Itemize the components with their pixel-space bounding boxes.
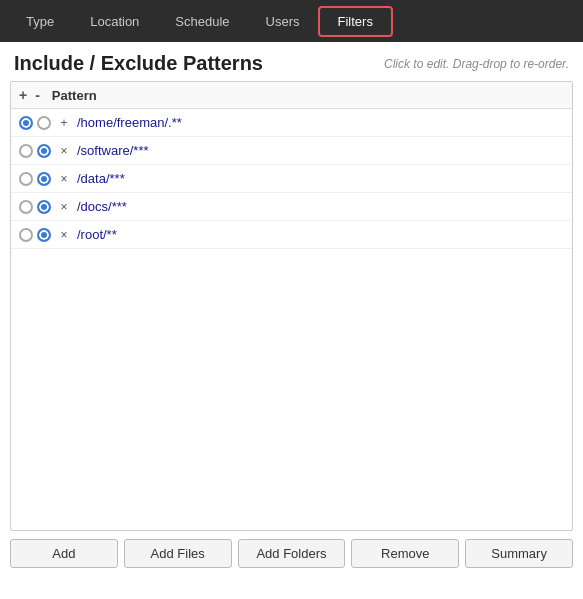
pattern-list-header: + - Pattern <box>11 82 572 109</box>
tab-type[interactable]: Type <box>8 8 72 35</box>
table-row[interactable]: × /software/*** <box>11 137 572 165</box>
tab-schedule[interactable]: Schedule <box>157 8 247 35</box>
add-column-icon[interactable]: + <box>19 87 27 103</box>
add-button[interactable]: Add <box>10 539 118 568</box>
page-hint: Click to edit. Drag-drop to re-order. <box>384 57 569 71</box>
pattern-symbol-2: × <box>57 144 71 158</box>
pattern-list-container: + - Pattern + /home/freeman/.** × /softw… <box>10 81 573 531</box>
table-row[interactable]: × /root/** <box>11 221 572 249</box>
pattern-text-5: /root/** <box>77 227 117 242</box>
table-row[interactable]: + /home/freeman/.** <box>11 109 572 137</box>
remove-column-icon[interactable]: - <box>35 87 40 103</box>
tab-location[interactable]: Location <box>72 8 157 35</box>
radio-exclude-1[interactable] <box>37 116 51 130</box>
tab-filters[interactable]: Filters <box>318 6 393 37</box>
radio-group-5 <box>19 228 51 242</box>
pattern-text-2: /software/*** <box>77 143 149 158</box>
radio-group-1 <box>19 116 51 130</box>
radio-include-5[interactable] <box>19 228 33 242</box>
tab-bar: Type Location Schedule Users Filters <box>0 0 583 42</box>
pattern-column-label: Pattern <box>52 88 97 103</box>
radio-include-2[interactable] <box>19 144 33 158</box>
add-files-button[interactable]: Add Files <box>124 539 232 568</box>
table-row[interactable]: × /docs/*** <box>11 193 572 221</box>
pattern-symbol-4: × <box>57 200 71 214</box>
table-row[interactable]: × /data/*** <box>11 165 572 193</box>
pattern-symbol-1: + <box>57 116 71 130</box>
pattern-symbol-3: × <box>57 172 71 186</box>
page-header: Include / Exclude Patterns Click to edit… <box>0 42 583 81</box>
pattern-text-4: /docs/*** <box>77 199 127 214</box>
radio-group-2 <box>19 144 51 158</box>
pattern-symbol-5: × <box>57 228 71 242</box>
add-folders-button[interactable]: Add Folders <box>238 539 346 568</box>
remove-button[interactable]: Remove <box>351 539 459 568</box>
page-title: Include / Exclude Patterns <box>14 52 263 75</box>
footer-buttons: Add Add Files Add Folders Remove Summary <box>0 531 583 576</box>
radio-include-3[interactable] <box>19 172 33 186</box>
radio-exclude-2[interactable] <box>37 144 51 158</box>
tab-users[interactable]: Users <box>248 8 318 35</box>
radio-exclude-4[interactable] <box>37 200 51 214</box>
radio-group-4 <box>19 200 51 214</box>
radio-include-1[interactable] <box>19 116 33 130</box>
pattern-text-1: /home/freeman/.** <box>77 115 182 130</box>
radio-exclude-3[interactable] <box>37 172 51 186</box>
radio-group-3 <box>19 172 51 186</box>
summary-button[interactable]: Summary <box>465 539 573 568</box>
pattern-text-3: /data/*** <box>77 171 125 186</box>
radio-exclude-5[interactable] <box>37 228 51 242</box>
radio-include-4[interactable] <box>19 200 33 214</box>
